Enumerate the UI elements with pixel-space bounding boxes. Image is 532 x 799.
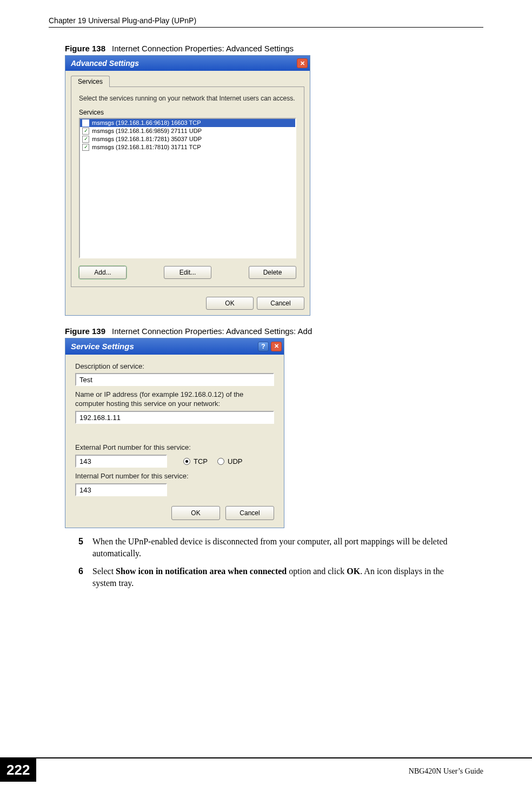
services-group-label: Services <box>79 109 296 116</box>
page-header: Chapter 19 Universal Plug-and-Play (UPnP… <box>49 16 483 28</box>
figure138-number: Figure 138 <box>65 44 105 53</box>
services-listbox[interactable]: ✓ msmsgs (192.168.1.66:9618) 16603 TCP ✓… <box>79 118 296 258</box>
help-icon[interactable]: ? <box>258 342 269 351</box>
checkbox-icon[interactable]: ✓ <box>82 144 89 151</box>
step-text: Select Show icon in notification area wh… <box>92 565 462 590</box>
external-port-input[interactable] <box>75 455 167 468</box>
checkbox-icon[interactable]: ✓ <box>82 136 89 143</box>
dialog-titlebar: Advanced Settings ✕ <box>65 56 310 71</box>
service-settings-dialog: Service Settings ? ✕ Description of serv… <box>65 338 284 528</box>
figure138-caption: Figure 138Internet Connection Properties… <box>65 44 483 53</box>
step-number: 5 <box>78 536 92 560</box>
chapter-title: Chapter 19 Universal Plug-and-Play (UPnP… <box>49 16 196 25</box>
service-label: msmsgs (192.168.1.81:7810) 31711 TCP <box>92 144 201 150</box>
dialog-title: Service Settings <box>71 342 134 351</box>
edit-button[interactable]: Edit... <box>164 266 211 279</box>
internal-port-input[interactable] <box>75 483 167 496</box>
service-item[interactable]: ✓ msmsgs (192.168.1.81:7281) 35037 UDP <box>80 135 295 143</box>
close-icon[interactable]: ✕ <box>297 58 308 68</box>
advanced-settings-dialog: Advanced Settings ✕ Services Select the … <box>65 55 310 316</box>
description-input[interactable] <box>75 373 274 386</box>
service-label: msmsgs (192.168.1.66:9859) 27111 UDP <box>92 128 202 134</box>
dialog-title: Advanced Settings <box>71 59 139 68</box>
step-5: 5 When the UPnP-enabled device is discon… <box>78 536 462 560</box>
delete-button[interactable]: Delete <box>249 266 296 279</box>
services-instruction: Select the services running on your netw… <box>79 95 296 103</box>
page-footer: 222 NBG420N User’s Guide <box>0 757 532 783</box>
udp-label: UDP <box>228 457 242 465</box>
service-item[interactable]: ✓ msmsgs (192.168.1.66:9618) 16603 TCP <box>80 119 295 127</box>
tcp-label: TCP <box>194 457 208 465</box>
service-item[interactable]: ✓ msmsgs (192.168.1.81:7810) 31711 TCP <box>80 143 295 151</box>
host-label: Name or IP address (for example 192.168.… <box>75 390 274 409</box>
radio-icon <box>183 458 190 465</box>
instruction-steps: 5 When the UPnP-enabled device is discon… <box>78 536 462 590</box>
cancel-button[interactable]: Cancel <box>225 506 274 520</box>
tcp-radio[interactable]: TCP <box>183 457 208 465</box>
service-label: msmsgs (192.168.1.66:9618) 16603 TCP <box>92 119 201 126</box>
step-number: 6 <box>78 565 92 590</box>
figure138-title: Internet Connection Properties: Advanced… <box>112 44 294 53</box>
internal-port-label: Internal Port number for this service: <box>75 472 274 481</box>
tab-services[interactable]: Services <box>71 76 110 87</box>
add-button[interactable]: Add... <box>79 266 127 279</box>
step-text: When the UPnP-enabled device is disconne… <box>92 536 462 560</box>
protocol-radio-group: TCP UDP <box>183 457 242 465</box>
host-input[interactable] <box>75 411 274 424</box>
service-item[interactable]: ✓ msmsgs (192.168.1.66:9859) 27111 UDP <box>80 127 295 135</box>
figure139-caption: Figure 139Internet Connection Properties… <box>65 327 483 336</box>
service-label: msmsgs (192.168.1.81:7281) 35037 UDP <box>92 136 202 142</box>
tab-strip: Services <box>71 75 304 87</box>
figure139-title: Internet Connection Properties: Advanced… <box>112 327 312 336</box>
checkbox-icon[interactable]: ✓ <box>82 128 89 135</box>
checkbox-icon[interactable]: ✓ <box>82 119 89 126</box>
radio-icon <box>217 458 224 465</box>
dialog-titlebar: Service Settings ? ✕ <box>65 338 284 355</box>
ok-button[interactable]: OK <box>206 297 254 310</box>
udp-radio[interactable]: UDP <box>217 457 242 465</box>
description-label: Description of service: <box>75 362 274 371</box>
figure139-number: Figure 139 <box>65 327 105 336</box>
external-port-label: External Port number for this service: <box>75 443 274 452</box>
ok-button[interactable]: OK <box>171 506 220 520</box>
step-6: 6 Select Show icon in notification area … <box>78 565 462 590</box>
close-icon[interactable]: ✕ <box>271 342 282 351</box>
page-number: 222 <box>0 758 36 782</box>
guide-name: NBG420N User’s Guide <box>409 767 483 776</box>
cancel-button[interactable]: Cancel <box>257 297 304 310</box>
